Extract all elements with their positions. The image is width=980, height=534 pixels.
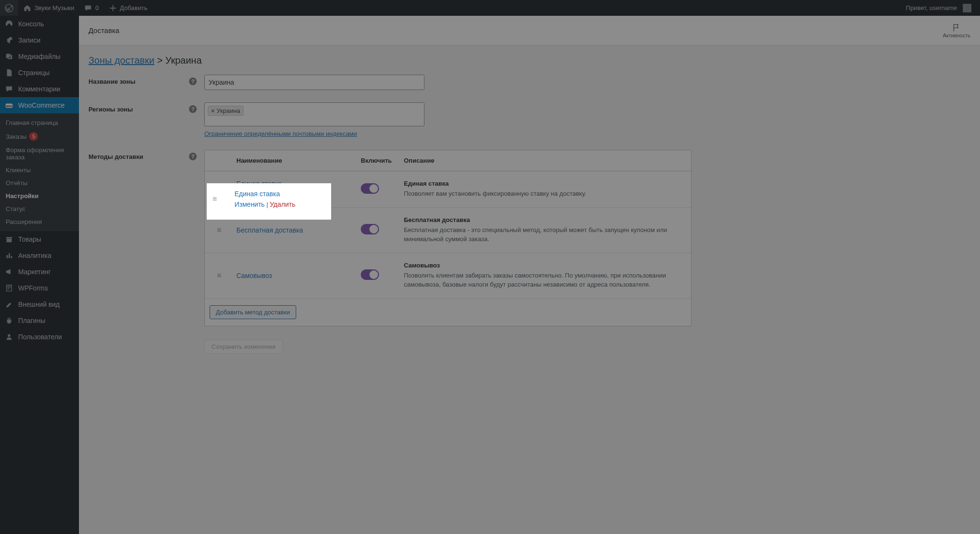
breadcrumb-sep: > [155,55,166,66]
drag-handle-icon[interactable]: ≡ [205,185,234,193]
activity-label: Активность [943,33,970,38]
shipping-method-row: ≡СамовывозСамовывозПозволить клиентам за… [205,253,691,299]
submenu-label: Отчёты [6,179,27,187]
submenu-item[interactable]: Настройки [0,189,79,202]
page-icon [5,68,13,77]
woo-icon: woo [5,101,13,110]
users-icon [5,333,13,341]
zone-regions-label: Регионы зоны [89,106,133,113]
save-changes-button[interactable]: Сохранить изменения [204,340,283,354]
table-footer: Добавить метод доставки [205,299,691,326]
sidebar-item-analytics[interactable]: Аналитика [0,247,79,264]
avatar [963,4,971,12]
media-icon [5,52,13,61]
main-content: Доставка Активность Зоны доставки > Укра… [79,16,980,534]
wordpress-icon [5,4,13,12]
method-name-link[interactable]: Единая ставка [236,180,282,188]
sidebar-item-woo[interactable]: wooWooCommerce [0,97,79,113]
megaphone-icon [5,267,13,276]
col-enable-header: Включить [358,157,401,164]
table-header: Наименование Включить Описание [205,150,691,171]
shipping-method-row: ≡Бесплатная доставкаБесплатная доставкаБ… [205,208,691,253]
add-shipping-method-button[interactable]: Добавить метод доставки [210,305,296,319]
breadcrumb-current: Украина [165,55,201,66]
sidebar-item-page[interactable]: Страницы [0,65,79,81]
sidebar-item-comment[interactable]: Комментарии [0,81,79,97]
sidebar-item-plugins[interactable]: Плагины [0,312,79,329]
method-name-link[interactable]: Самовывоз [236,272,272,279]
comments-count: 0 [95,4,99,11]
sidebar-item-label: Страницы [18,69,50,77]
submenu-label: Расширения [6,218,42,225]
enable-toggle[interactable] [361,269,379,280]
sidebar-item-label: Плагины [18,317,45,324]
drag-handle-icon[interactable]: ≡ [205,226,234,234]
zone-regions-row: Регионы зоны ? × Украина Ограничение опр… [89,102,691,137]
add-new-link[interactable]: Добавить [104,0,152,16]
submenu-label: Настройки [6,192,39,200]
drag-handle-icon[interactable]: ≡ [205,271,234,280]
sidebar-item-dashboard[interactable]: Консоль [0,16,79,32]
help-tip-icon[interactable]: ? [189,153,197,160]
enable-toggle[interactable] [361,183,379,194]
appearance-icon [5,300,13,309]
breadcrumb: Зоны доставки > Украина [89,55,691,66]
edit-link[interactable]: Изменить [236,190,267,198]
breadcrumb-root-link[interactable]: Зоны доставки [89,55,155,66]
sidebar-item-label: Записи [18,36,40,44]
greeting-text: Привет, username [906,4,957,11]
submenu-label: Форма оформления заказа [6,146,73,161]
site-name-link[interactable]: Звуки Музыки [18,0,79,16]
sidebar-item-megaphone[interactable]: Маркетинг [0,264,79,280]
submenu-item[interactable]: Заказы5 [0,129,79,144]
wc-header-title: Доставка [89,26,119,34]
col-desc-header: Описание [401,157,691,164]
shipping-methods-row: Методы доставки ? Наименование Включить … [89,150,691,354]
flag-icon [952,23,961,33]
pin-icon [5,36,13,44]
desc-body: Бесплатная доставка - это специальный ме… [404,225,672,244]
submenu-label: Заказы [6,133,26,140]
comment-icon [84,4,92,12]
remove-tag-icon[interactable]: × [211,107,215,114]
desc-title: Единая ставка [404,180,688,187]
submenu-item[interactable]: Клиенты [0,164,79,177]
sidebar-item-media[interactable]: Медиафайлы [0,48,79,65]
region-tag: × Украина [208,106,244,116]
submenu-item[interactable]: Расширения [0,215,79,228]
enable-toggle[interactable] [361,224,379,234]
method-description: СамовывозПозволить клиентам забирать зак… [401,262,691,289]
help-tip-icon[interactable]: ? [189,78,197,85]
postal-restrict-link[interactable]: Ограничение определёнными почтовыми инде… [204,130,357,137]
wp-admin-bar: Звуки Музыки 0 Добавить Привет, username [0,0,980,16]
admin-sidebar: КонсольЗаписиМедиафайлыСтраницыКомментар… [0,16,79,534]
submenu-item[interactable]: Форма оформления заказа [0,144,79,164]
sidebar-item-label: Аналитика [18,252,51,259]
zone-regions-select[interactable]: × Украина [204,102,424,126]
account-link[interactable]: Привет, username [901,0,976,16]
submenu-item[interactable]: Отчёты [0,177,79,189]
wp-logo[interactable] [0,0,18,16]
sidebar-item-label: Пользователи [18,333,62,341]
sidebar-item-label: WPForms [18,284,48,292]
shipping-methods-table: Наименование Включить Описание ≡Единая с… [204,150,691,326]
zone-name-input[interactable] [204,75,424,90]
submenu-item[interactable]: Главная страница [0,116,79,129]
plugins-icon [5,316,13,325]
help-tip-icon[interactable]: ? [189,105,197,113]
sidebar-item-forms[interactable]: WPForms [0,280,79,296]
delete-link[interactable]: Удалить [272,190,297,198]
desc-title: Бесплатная доставка [404,216,688,223]
sidebar-item-pin[interactable]: Записи [0,32,79,48]
desc-title: Самовывоз [404,262,688,269]
method-name-link[interactable]: Бесплатная доставка [236,226,303,234]
submenu-item[interactable]: Статус [0,202,79,215]
sidebar-item-archive[interactable]: Товары [0,231,79,247]
sidebar-item-users[interactable]: Пользователи [0,329,79,345]
comments-link[interactable]: 0 [79,0,103,16]
sidebar-item-appearance[interactable]: Внешний вид [0,296,79,312]
analytics-icon [5,251,13,260]
activity-button[interactable]: Активность [943,23,970,38]
forms-icon [5,284,13,292]
svg-text:woo: woo [6,104,12,108]
